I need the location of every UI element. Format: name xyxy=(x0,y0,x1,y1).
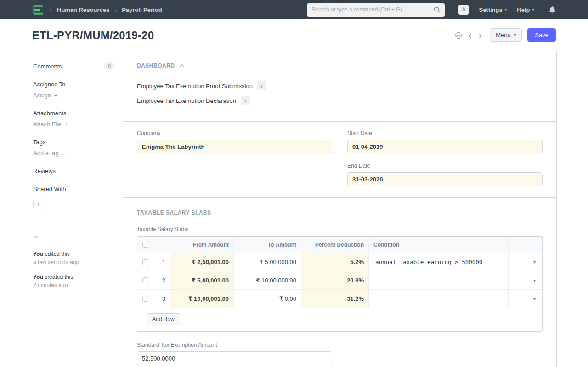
to-amount-cell[interactable]: ₹ 10,00,000.00 xyxy=(234,271,301,289)
from-amount-cell[interactable]: ₹ 10,00,001.00 xyxy=(170,290,234,308)
dashboard-link-row: Employee Tax Exemption Declaration + xyxy=(137,96,543,106)
percent-deduction-cell[interactable]: 31.2% xyxy=(301,290,369,308)
start-date-field: Start Date 01-04-2019 xyxy=(347,130,543,153)
settings-label: Settings xyxy=(479,6,502,13)
shared-with-label: Shared With xyxy=(33,186,114,192)
dashboard-link-declaration[interactable]: Employee Tax Exemption Declaration xyxy=(137,97,236,104)
attach-file-button[interactable]: Attach File + xyxy=(33,121,114,128)
save-button[interactable]: Save xyxy=(527,28,556,42)
select-all-checkbox[interactable] xyxy=(142,242,148,248)
assigned-to-label: Assigned To xyxy=(33,81,114,88)
chevron-right-icon: › xyxy=(49,6,52,13)
settings-menu[interactable]: Settings ▾ xyxy=(479,6,507,13)
navbar: › Human Resources › Payroll Period A Set… xyxy=(0,0,588,19)
tags-label: Tags xyxy=(33,139,114,146)
comments-link[interactable]: Comments xyxy=(33,63,62,70)
details-section: Company Enigma The Labyrinth Start Date … xyxy=(123,122,556,198)
share-add-button[interactable]: + xyxy=(33,199,43,209)
add-tag-input[interactable]: Add a tag ... xyxy=(33,150,114,157)
plus-icon: + xyxy=(54,92,58,99)
company-field: Company Enigma The Labyrinth xyxy=(137,130,332,153)
page-header: ETL-PYR/MUM/2019-20 ‹ › Menu ▾ Save xyxy=(0,19,588,51)
like-heart-icon[interactable]: ♥ xyxy=(34,233,114,241)
table-row: 1 ₹ 2,50,001.00 ₹ 5,00,000.00 5.2% annua… xyxy=(137,253,542,271)
condition-cell[interactable] xyxy=(369,271,509,289)
assign-label: Assign xyxy=(33,92,51,99)
activity-timestamp: 2 minutes ago xyxy=(33,282,114,288)
row-checkbox[interactable] xyxy=(142,259,148,265)
row-expand-arrow-icon[interactable]: ▾ xyxy=(509,290,542,308)
chevron-up-icon[interactable] xyxy=(179,64,185,68)
company-input[interactable]: Enigma The Labyrinth xyxy=(137,140,332,153)
dashboard-link-proof-submission[interactable]: Employee Tax Exemption Proof Submission xyxy=(137,83,253,90)
navbar-right: A Settings ▾ Help ▾ xyxy=(458,5,556,15)
grid-actions-header xyxy=(509,237,542,253)
assign-button[interactable]: Assign + xyxy=(33,92,114,99)
app-logo-icon[interactable] xyxy=(32,5,45,15)
page-title: ETL-PYR/MUM/2019-20 xyxy=(32,29,154,42)
menu-button[interactable]: Menu ▾ xyxy=(490,28,522,42)
slabs-section-heading: TAXABLE SALARY SLABS xyxy=(137,209,211,216)
to-amount-cell[interactable]: ₹ 5,00,000.00 xyxy=(234,253,301,271)
slabs-table-label: Taxable Salary Slabs xyxy=(137,226,543,232)
search-icon[interactable] xyxy=(434,6,440,13)
activity-item: You created this 2 minutes ago xyxy=(33,274,114,288)
row-checkbox[interactable] xyxy=(142,296,148,302)
help-menu[interactable]: Help ▾ xyxy=(517,6,534,13)
comments-count-badge: 0 xyxy=(104,62,114,70)
to-amount-cell[interactable]: ₹ 0.00 xyxy=(234,290,301,308)
breadcrumb-doctype[interactable]: Payroll Period xyxy=(122,6,162,13)
col-header-to-amount: To Amount xyxy=(234,237,301,253)
reviews-label: Reviews xyxy=(33,168,114,175)
breadcrumb-module[interactable]: Human Resources xyxy=(57,6,109,13)
page-actions: ‹ › Menu ▾ Save xyxy=(455,28,556,42)
prev-document-button[interactable]: ‹ xyxy=(468,31,472,40)
add-proof-submission-button[interactable]: + xyxy=(257,81,266,90)
add-declaration-button[interactable]: + xyxy=(241,96,250,105)
activity-user: You xyxy=(33,251,43,257)
from-amount-cell[interactable]: ₹ 5,00,001.00 xyxy=(170,271,234,289)
avatar[interactable]: A xyxy=(458,5,469,15)
company-label: Company xyxy=(137,130,332,136)
condition-cell[interactable] xyxy=(369,290,509,308)
chevron-down-icon: ▾ xyxy=(514,33,516,37)
table-row: 3 ₹ 10,00,001.00 ₹ 0.00 31.2% ▾ xyxy=(137,290,542,308)
row-expand-arrow-icon[interactable]: ▾ xyxy=(509,253,542,271)
form-sidebar: Comments 0 Assigned To Assign + Attachme… xyxy=(0,51,123,367)
activity-user: You xyxy=(33,274,43,280)
grid-idx-header xyxy=(153,237,170,253)
notifications-bell-icon[interactable] xyxy=(549,6,556,14)
end-date-input[interactable]: 31-03-2020 xyxy=(347,172,543,186)
help-label: Help xyxy=(517,6,530,13)
search-input[interactable] xyxy=(311,6,434,13)
chevron-down-icon: ▾ xyxy=(532,8,534,12)
activity-log: You edited this a few seconds ago You cr… xyxy=(33,251,114,288)
activity-item: You edited this a few seconds ago xyxy=(33,251,114,265)
row-index: 1 xyxy=(153,253,170,271)
row-expand-arrow-icon[interactable]: ▾ xyxy=(509,271,542,289)
activity-timestamp: a few seconds ago xyxy=(33,259,114,265)
start-date-label: Start Date xyxy=(347,130,543,136)
row-checkbox[interactable] xyxy=(142,277,148,283)
end-date-label: End Date xyxy=(347,163,543,169)
grid-footer: Add Row xyxy=(137,308,542,331)
slabs-grid: From Amount To Amount Percent Deduction … xyxy=(137,236,543,332)
chevron-right-icon: › xyxy=(114,6,117,13)
attachments-label: Attachments xyxy=(33,110,114,117)
percent-deduction-cell[interactable]: 20.8% xyxy=(301,271,369,289)
from-amount-cell[interactable]: ₹ 2,50,001.00 xyxy=(170,253,234,271)
percent-deduction-cell[interactable]: 5.2% xyxy=(301,253,369,271)
table-row: 2 ₹ 5,00,001.00 ₹ 10,00,000.00 20.8% ▾ xyxy=(137,271,542,290)
start-date-input[interactable]: 01-04-2019 xyxy=(347,140,543,153)
col-header-from-amount: From Amount xyxy=(170,237,234,253)
print-icon[interactable] xyxy=(455,32,462,39)
standard-tax-exemption-label: Standard Tax Exemption Amount xyxy=(137,342,332,348)
next-document-button[interactable]: › xyxy=(478,31,482,40)
standard-tax-exemption-input[interactable]: 52,500.0000 xyxy=(137,351,332,365)
condition-cell[interactable]: annual_taxable_earning > 500000 xyxy=(369,253,509,271)
plus-icon: + xyxy=(36,201,40,207)
chevron-down-icon: ▾ xyxy=(505,8,507,12)
col-header-condition: Condition xyxy=(369,237,509,253)
end-date-field: End Date 31-03-2020 xyxy=(347,163,543,186)
add-row-button[interactable]: Add Row xyxy=(147,313,180,325)
